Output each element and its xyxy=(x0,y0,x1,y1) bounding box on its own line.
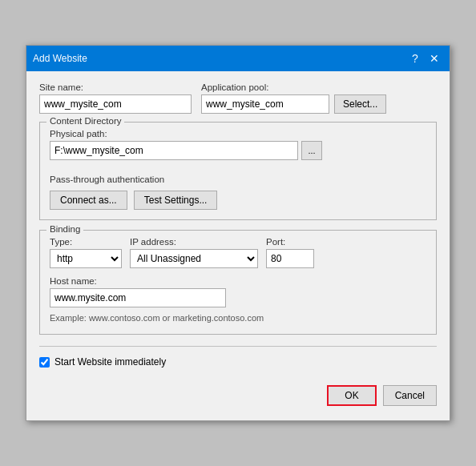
help-button[interactable]: ? xyxy=(406,50,424,66)
type-group: Type: http https xyxy=(50,237,122,268)
physical-path-input[interactable] xyxy=(50,141,298,160)
site-name-group: Site name: xyxy=(39,82,192,114)
app-pool-group: Application pool: Select... xyxy=(201,82,386,114)
close-button[interactable]: ✕ xyxy=(426,50,443,66)
start-website-row: Start Website immediately xyxy=(39,353,437,368)
site-name-input[interactable] xyxy=(39,94,192,114)
example-text: Example: www.contoso.com or marketing.co… xyxy=(50,313,426,323)
content-directory-title: Content Directory xyxy=(46,116,124,126)
physical-path-label: Physical path: xyxy=(50,129,426,139)
footer-row: OK Cancel xyxy=(39,379,437,409)
pass-through-label: Pass-through authentication xyxy=(50,175,426,184)
physical-path-group: Physical path: ... xyxy=(50,129,426,168)
site-name-label: Site name: xyxy=(39,82,192,92)
site-name-row: Site name: Application pool: Select... xyxy=(39,82,437,114)
title-bar: Add Website ? ✕ xyxy=(26,46,450,71)
ok-button[interactable]: OK xyxy=(327,385,376,406)
content-directory-group: Content Directory Physical path: ... Pas… xyxy=(39,122,437,220)
cancel-button[interactable]: Cancel xyxy=(383,385,437,406)
dialog-title: Add Website xyxy=(33,53,87,64)
connect-buttons-row: Connect as... Test Settings... xyxy=(50,191,426,210)
browse-button[interactable]: ... xyxy=(301,141,322,160)
select-button[interactable]: Select... xyxy=(334,94,386,114)
host-name-label: Host name: xyxy=(50,276,426,286)
app-pool-label: Application pool: xyxy=(201,82,386,92)
port-input[interactable] xyxy=(266,249,314,268)
type-label: Type: xyxy=(50,237,122,247)
dialog-body: Site name: Application pool: Select... C… xyxy=(26,71,450,420)
title-bar-left: Add Website xyxy=(33,53,87,64)
divider xyxy=(39,346,437,347)
start-website-label: Start Website immediately xyxy=(54,356,166,368)
ip-select[interactable]: All Unassigned xyxy=(130,249,258,268)
host-name-group: Host name: Example: www.contoso.com or m… xyxy=(50,276,426,323)
connect-as-button[interactable]: Connect as... xyxy=(50,191,127,210)
port-group: Port: xyxy=(266,237,314,268)
binding-group: Binding Type: http https IP address: All… xyxy=(39,230,437,335)
binding-title: Binding xyxy=(46,224,83,234)
binding-fields-row: Type: http https IP address: All Unassig… xyxy=(50,237,426,268)
port-label: Port: xyxy=(266,237,314,247)
ip-label: IP address: xyxy=(130,237,258,247)
test-settings-button[interactable]: Test Settings... xyxy=(134,191,218,210)
ip-group: IP address: All Unassigned xyxy=(130,237,258,268)
app-pool-input[interactable] xyxy=(201,94,329,114)
title-controls: ? ✕ xyxy=(406,50,443,66)
host-name-input[interactable] xyxy=(50,288,226,307)
add-website-dialog: Add Website ? ✕ Site name: Application p… xyxy=(26,45,450,421)
type-select[interactable]: http https xyxy=(50,249,122,268)
start-website-checkbox[interactable] xyxy=(39,357,50,368)
physical-path-row: ... xyxy=(50,141,426,160)
